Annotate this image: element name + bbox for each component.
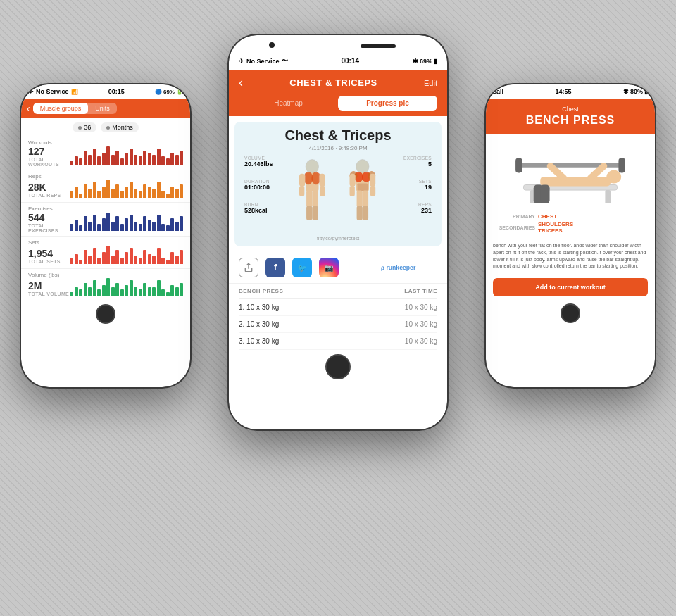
stat-value-4: 2M bbox=[28, 280, 69, 291]
twitter-icon[interactable]: 🐦 bbox=[292, 258, 312, 277]
stat-sub-4: TOTAL VOLUME bbox=[28, 291, 69, 296]
svg-rect-22 bbox=[358, 183, 368, 191]
center-battery-area: ✱ 69% ▮ bbox=[413, 58, 437, 65]
svg-rect-6 bbox=[299, 186, 304, 196]
svg-rect-9 bbox=[312, 191, 318, 208]
stat-label-3: Sets bbox=[28, 239, 183, 246]
stats-list: Workouts127TOTAL WORKOUTSReps28KTOTAL RE… bbox=[21, 137, 190, 301]
edit-button[interactable]: Edit bbox=[424, 79, 437, 87]
add-to-workout-button[interactable]: Add to current workout bbox=[493, 278, 648, 296]
facebook-icon[interactable]: f bbox=[265, 258, 285, 277]
share-row: f 🐦 📷 𝛒 runkeeper bbox=[229, 252, 447, 284]
center-phone-screen: ✈ No Service 〜 00:14 ✱ 69% ▮ ‹ CHEST & T… bbox=[229, 35, 447, 429]
svg-rect-8 bbox=[306, 191, 312, 208]
svg-rect-40 bbox=[540, 185, 549, 204]
right-title: BENCH PRESS bbox=[494, 114, 646, 127]
stat-sub-2: TOTAL EXERCISES bbox=[28, 223, 70, 233]
back-button[interactable]: ‹ bbox=[27, 103, 30, 114]
svg-rect-36 bbox=[540, 177, 611, 186]
stat-label-2: Exercises bbox=[28, 206, 183, 212]
stat-label-4: Volume (lbs) bbox=[28, 272, 183, 278]
home-button-center[interactable] bbox=[325, 354, 351, 379]
right-hero: Chest BENCH PRESS bbox=[486, 99, 655, 134]
right-battery-area: ✱ 80% ▮ bbox=[623, 88, 648, 95]
workout-card: Chest & Triceps 4/11/2016 · 9:48:30 PM bbox=[234, 122, 442, 246]
stat-section-4: Volume (lbs)2MTOTAL VOLUME bbox=[21, 269, 190, 301]
svg-rect-19 bbox=[370, 174, 375, 187]
muscle-heatmap-svg bbox=[268, 156, 408, 233]
exercise-list: BENCH PRESS LAST TIME 1. 10 x 30 kg10 x … bbox=[229, 284, 447, 350]
left-battery-area: 🔵 69% 🔋 bbox=[155, 89, 183, 95]
right-call: call bbox=[493, 88, 503, 95]
stat-value-1: 28K bbox=[28, 182, 61, 193]
stat-sub-1: TOTAL REPS bbox=[28, 193, 61, 198]
runkeeper-svg: 𝛒 runkeeper bbox=[381, 260, 437, 274]
right-time: 14:55 bbox=[555, 88, 571, 95]
center-header: ‹ CHEST & TRICEPS Edit bbox=[229, 70, 447, 96]
muscle-labels: PRIMARY CHEST SECONDARIES SHOULDERS TRIC… bbox=[486, 209, 655, 239]
tab-heatmap[interactable]: Heatmap bbox=[239, 96, 338, 111]
exercise-last-2: 10 x 30 kg bbox=[405, 337, 437, 345]
svg-point-12 bbox=[356, 160, 369, 174]
count-filter[interactable]: 36 bbox=[73, 122, 96, 132]
svg-rect-31 bbox=[605, 190, 611, 203]
front-figure bbox=[350, 160, 376, 220]
stat-value-2: 544 bbox=[28, 212, 70, 223]
tab-muscle-groups[interactable]: Muscle groups bbox=[33, 103, 89, 114]
runkeeper-logo[interactable]: 𝛒 runkeeper bbox=[381, 260, 437, 275]
stat-value-3: 1,954 bbox=[28, 248, 61, 259]
tab-progress-pic[interactable]: Progress pic bbox=[338, 96, 437, 111]
exercise-set-name-0: 1. 10 x 30 kg bbox=[239, 303, 279, 311]
svg-rect-25 bbox=[357, 206, 363, 220]
svg-rect-26 bbox=[363, 206, 368, 220]
bar-chart-0 bbox=[70, 146, 183, 166]
bar-chart-2 bbox=[70, 213, 183, 232]
left-tab-group[interactable]: Muscle groups Units bbox=[33, 103, 117, 114]
body-figure: VOLUME 20.446lbs DURATION 01:00:00 BURN … bbox=[242, 156, 434, 233]
phone-top bbox=[229, 35, 447, 52]
exercise-header: BENCH PRESS LAST TIME bbox=[239, 284, 437, 299]
exercise-name-header: BENCH PRESS bbox=[239, 288, 283, 294]
svg-line-37 bbox=[551, 166, 564, 178]
left-phone: ✈ No Service 📶 00:15 🔵 69% 🔋 ‹ Muscle gr… bbox=[21, 84, 190, 387]
svg-rect-34 bbox=[618, 158, 625, 173]
secondaries-label: SECONDARIES bbox=[493, 225, 535, 230]
stat-section-3: Sets1,954TOTAL SETS bbox=[21, 237, 190, 269]
workout-date: 4/11/2016 · 9:48:30 PM bbox=[242, 145, 434, 151]
secondary-muscle-2: TRICEPS bbox=[538, 227, 573, 234]
share-icon[interactable] bbox=[239, 258, 258, 277]
tab-units[interactable]: Units bbox=[88, 103, 117, 114]
primary-muscle-row: PRIMARY CHEST bbox=[493, 213, 648, 220]
right-subtitle: Chest bbox=[494, 106, 646, 113]
instagram-icon[interactable]: 📷 bbox=[319, 258, 339, 277]
exercise-last-header: LAST TIME bbox=[404, 288, 437, 294]
center-tab-bar: Heatmap Progress pic bbox=[229, 96, 447, 116]
exercise-last-0: 10 x 30 kg bbox=[405, 303, 437, 311]
period-filter[interactable]: Months bbox=[101, 122, 139, 132]
bench-press-svg bbox=[500, 138, 641, 205]
center-no-service: ✈ No Service 〜 bbox=[239, 56, 288, 65]
right-phone: call 14:55 ✱ 80% ▮ Chest BENCH PRESS bbox=[486, 84, 655, 387]
svg-point-2 bbox=[303, 172, 313, 184]
exercise-set-name-2: 3. 10 x 30 kg bbox=[239, 337, 279, 345]
svg-line-38 bbox=[591, 166, 604, 178]
home-button-right[interactable] bbox=[561, 303, 580, 323]
left-header: ‹ Muscle groups Units bbox=[21, 99, 190, 118]
exercise-row-0: 1. 10 x 30 kg10 x 30 kg bbox=[239, 299, 437, 316]
bar-chart-1 bbox=[70, 180, 183, 199]
exercise-row-2: 3. 10 x 30 kg10 x 30 kg bbox=[239, 333, 437, 350]
stat-label-0: Workouts bbox=[28, 139, 183, 146]
stat-section-0: Workouts127TOTAL WORKOUTS bbox=[21, 137, 190, 170]
exercise-row-1: 2. 10 x 30 kg10 x 30 kg bbox=[239, 316, 437, 333]
center-title: CHEST & TRICEPS bbox=[243, 77, 424, 88]
svg-point-0 bbox=[306, 160, 318, 174]
svg-rect-33 bbox=[515, 158, 522, 173]
bar-chart-4 bbox=[70, 278, 183, 298]
home-button-left[interactable] bbox=[96, 304, 115, 324]
left-status-bar: ✈ No Service 📶 00:15 🔵 69% 🔋 bbox=[21, 84, 190, 99]
website-label: fitty.co/gymherotest bbox=[242, 236, 434, 241]
svg-rect-21 bbox=[370, 186, 375, 196]
center-status-bar: ✈ No Service 〜 00:14 ✱ 69% ▮ bbox=[229, 52, 447, 70]
svg-rect-4 bbox=[299, 174, 305, 187]
back-figure bbox=[299, 160, 325, 220]
